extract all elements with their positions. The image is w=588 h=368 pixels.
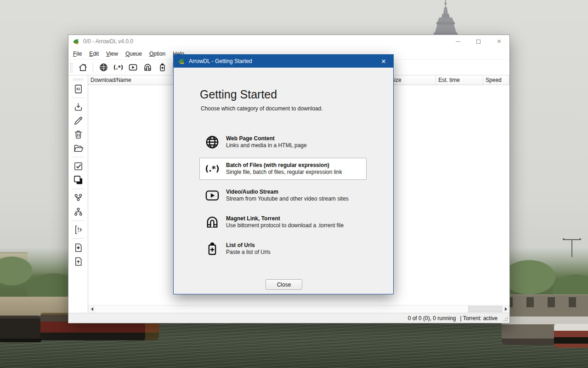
menu-file[interactable]: File (69, 49, 85, 59)
regex-button[interactable]: (.*) (111, 61, 125, 74)
select-all-icon (73, 161, 84, 172)
edit-pencil-icon (73, 115, 84, 126)
trash-icon (73, 129, 84, 140)
wallpaper-streetlamp (564, 239, 580, 240)
category-item-description: Links and media in a HTML page (226, 142, 307, 149)
wallpaper-streetlamp (571, 240, 572, 257)
status-torrent: | Torrent: active (460, 315, 498, 322)
save-download-button[interactable] (71, 100, 85, 114)
regex-icon: (.*) (113, 63, 124, 72)
toolbar-separator (93, 63, 93, 73)
dialog-close-action-button[interactable]: Close (266, 279, 302, 290)
dialog-titlebar[interactable]: ArrowDL - Getting Started ✕ (174, 55, 393, 68)
edit-pencil-button[interactable] (71, 114, 85, 127)
category-item-video-audio-stream[interactable]: Video/Audio StreamStream from Youtube an… (199, 184, 367, 207)
doc-01-button[interactable]: 01 (71, 82, 85, 96)
magnet-icon (142, 63, 153, 72)
svg-text:01: 01 (76, 87, 80, 91)
category-item-title: Web Page Content (226, 135, 307, 142)
category-item-description: Paste a list of Urls (226, 249, 271, 256)
sidebar-separator (72, 220, 84, 221)
minimize-button[interactable] (447, 35, 468, 48)
category-item-description: Use bittorrent protocol to download a .t… (226, 222, 344, 229)
dialog-close-button[interactable]: ✕ (374, 55, 393, 68)
invert-selection-icon (73, 175, 84, 185)
category-item-description: Single file, batch of files, regular exp… (226, 169, 342, 176)
category-item-title: Video/Audio Stream (226, 189, 349, 196)
column-header-size[interactable]: Size (388, 75, 436, 85)
resize-grip[interactable] (502, 316, 508, 322)
doc-01-icon: 01 (73, 84, 84, 94)
close-icon: ✕ (497, 39, 501, 44)
batch-flag-button[interactable] (71, 223, 85, 236)
arrow-left-icon (91, 307, 93, 311)
dialog-title: ArrowDL - Getting Started (189, 58, 370, 64)
sidebar-grip[interactable] (73, 78, 83, 81)
save-download-icon (73, 102, 84, 112)
category-item-text: Magnet Link, TorrentUse bittorrent proto… (226, 215, 344, 229)
category-item-magnet-link-torrent[interactable]: Magnet Link, TorrentUse bittorrent proto… (199, 211, 367, 233)
scroll-right-button[interactable] (502, 305, 509, 313)
file-export-button[interactable] (71, 254, 85, 268)
play-button[interactable] (126, 61, 140, 74)
toolbar-grip[interactable] (70, 63, 73, 73)
globe-icon (98, 63, 109, 72)
arrow-right-icon (505, 307, 507, 311)
window-controls: ✕ (447, 35, 509, 48)
svg-text:(.*): (.*) (205, 164, 220, 173)
category-item-batch-of-files-with-regular-expression[interactable]: (.*)Batch of Files (with regular express… (199, 158, 367, 180)
sidebar-separator (72, 98, 84, 98)
select-all-button[interactable] (71, 159, 85, 173)
getting-started-dialog: ArrowDL - Getting Started ✕ Getting Star… (173, 54, 394, 294)
maximize-button[interactable] (468, 35, 489, 48)
category-item-text: Batch of Files (with regular expression)… (226, 162, 342, 176)
column-header-speed[interactable]: Speed (483, 75, 509, 85)
close-button[interactable]: ✕ (489, 35, 509, 48)
trash-button[interactable] (71, 127, 85, 141)
sitemap-icon (73, 207, 84, 217)
sitemap-button[interactable] (71, 205, 85, 218)
maximize-icon (476, 40, 481, 44)
sidebar-toolbar: 01 (68, 75, 88, 313)
menu-queue[interactable]: Queue (122, 49, 146, 59)
category-item-text: Video/Audio StreamStream from Youtube an… (226, 189, 349, 202)
category-item-title: Batch of Files (with regular expression) (226, 162, 342, 169)
scroll-left-button[interactable] (88, 305, 96, 313)
menu-option[interactable]: Option (146, 49, 169, 59)
category-item-title: List of Urls (226, 242, 271, 249)
scrollbar-thumb[interactable] (468, 306, 502, 312)
menu-view[interactable]: View (102, 49, 122, 59)
category-item-description: Stream from Youtube and other video stre… (226, 196, 349, 202)
arrowdl-logo-icon (73, 38, 80, 45)
url-list-icon (157, 63, 168, 72)
magnet-button[interactable] (141, 61, 154, 74)
globe-icon (204, 134, 220, 150)
graph-nodes-icon (73, 193, 84, 203)
category-item-list-of-urls[interactable]: List of UrlsPaste a list of Urls (199, 238, 367, 260)
url-list-icon (204, 241, 220, 257)
home-button[interactable] (76, 61, 90, 74)
graph-nodes-button[interactable] (71, 191, 85, 205)
folder-button[interactable] (71, 141, 85, 155)
main-titlebar[interactable]: 0/0 - ArrowDL v4.0.0 ✕ (68, 35, 509, 48)
category-item-web-page-content[interactable]: Web Page ContentLinks and media in a HTM… (199, 131, 367, 153)
minimize-icon (456, 41, 460, 42)
category-list: Web Page ContentLinks and media in a HTM… (199, 131, 367, 264)
wallpaper-boat (554, 324, 588, 348)
play-icon (204, 188, 220, 203)
invert-selection-button[interactable] (71, 173, 85, 187)
category-item-text: List of UrlsPaste a list of Urls (226, 242, 271, 256)
wallpaper-boat (0, 316, 42, 342)
arrowdl-logo-icon (178, 58, 185, 65)
horizontal-scrollbar[interactable] (88, 305, 509, 313)
scrollbar-track[interactable] (96, 305, 502, 313)
dialog-heading: Getting Started (200, 88, 277, 101)
sidebar-separator (72, 189, 84, 189)
svg-text:(.*): (.*) (113, 64, 123, 71)
url-list-button[interactable] (155, 61, 169, 74)
file-import-button[interactable] (71, 241, 85, 254)
globe-button[interactable] (96, 61, 110, 74)
menu-edit[interactable]: Edit (85, 49, 102, 59)
column-header-est-time[interactable]: Est. time (436, 75, 483, 85)
close-icon: ✕ (381, 58, 386, 65)
